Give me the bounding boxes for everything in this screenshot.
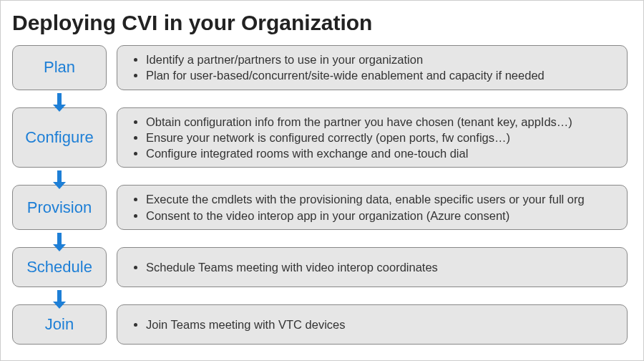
step-details-schedule: Schedule Teams meeting with video intero… xyxy=(117,247,628,287)
detail-item: Plan for user-based/concurrent/site-wide… xyxy=(146,67,545,83)
arrow-row xyxy=(11,287,628,304)
step-label-plan: Plan xyxy=(12,45,107,90)
detail-item: Join Teams meeting with VTC devices xyxy=(146,317,345,332)
step-details-provision: Execute the cmdlets with the provisionin… xyxy=(117,185,628,230)
step-label-provision: Provision xyxy=(12,185,107,230)
step-row-join: Join Join Teams meeting with VTC devices xyxy=(11,304,628,345)
step-details-configure: Obtain configuration info from the partn… xyxy=(117,107,628,168)
detail-item: Schedule Teams meeting with video intero… xyxy=(146,259,438,275)
step-label-join: Join xyxy=(12,304,107,345)
detail-item: Consent to the video interop app in your… xyxy=(146,208,585,223)
detail-item: Ensure your network is configured correc… xyxy=(146,130,572,145)
detail-item: Obtain configuration info from the partn… xyxy=(146,114,572,130)
arrow-row xyxy=(11,90,628,107)
detail-item: Identify a partner/partners to use in yo… xyxy=(146,52,545,67)
step-label-configure: Configure xyxy=(12,107,107,168)
steps-flow: Plan Identify a partner/partners to use … xyxy=(11,45,628,345)
arrow-down-icon xyxy=(57,233,62,244)
arrow-down-icon xyxy=(57,290,62,302)
step-details-plan: Identify a partner/partners to use in yo… xyxy=(117,45,628,90)
detail-item: Configure integrated rooms with exchange… xyxy=(146,145,572,161)
arrow-row xyxy=(11,168,628,185)
step-label-schedule: Schedule xyxy=(12,247,107,287)
detail-item: Execute the cmdlets with the provisionin… xyxy=(146,191,585,207)
step-row-provision: Provision Execute the cmdlets with the p… xyxy=(11,185,628,230)
step-details-join: Join Teams meeting with VTC devices xyxy=(117,304,628,345)
step-row-configure: Configure Obtain configuration info from… xyxy=(11,107,628,168)
arrow-row xyxy=(11,230,628,247)
step-row-plan: Plan Identify a partner/partners to use … xyxy=(11,45,628,90)
arrow-down-icon xyxy=(57,93,62,105)
step-row-schedule: Schedule Schedule Teams meeting with vid… xyxy=(11,247,628,287)
arrow-down-icon xyxy=(57,170,62,182)
page-title: Deploying CVI in your Organization xyxy=(12,11,628,35)
